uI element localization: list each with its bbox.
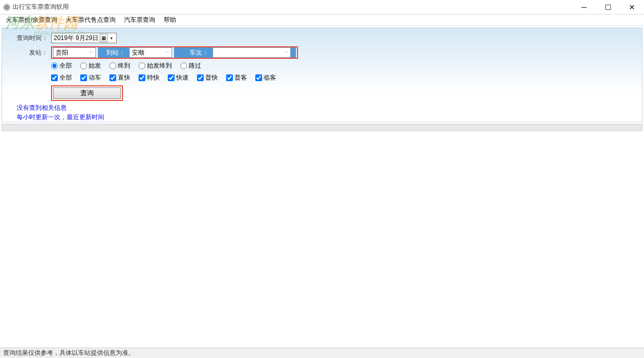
check-linke[interactable]: 临客 — [255, 73, 276, 82]
info-no-result[interactable]: 没有查到相关信息 — [17, 103, 642, 112]
chevron-down-icon[interactable]: ﹀ — [87, 49, 95, 56]
date-dropdown-icon[interactable]: ▾ — [108, 34, 115, 42]
query-panel: 查询时间： ▦ ▾ 发站： 贵阳 ﹀ 到站： 安顺 ﹀ 车次： — [2, 28, 642, 122]
results-header-bar — [2, 124, 642, 131]
highlight-stations: 贵阳 ﹀ 到站： 安顺 ﹀ 车次： ﹀ — [51, 46, 298, 59]
check-tekuai[interactable]: 特快 — [139, 73, 159, 82]
info-update-time[interactable]: 每小时更新一次，最近更新时间 — [17, 112, 642, 122]
check-all[interactable]: 全部 — [51, 73, 72, 82]
chevron-down-icon[interactable]: ﹀ — [163, 49, 171, 56]
menu-train-ticket[interactable]: 火车票价/余票查询 — [2, 15, 61, 25]
radio-pass[interactable]: 路过 — [180, 61, 201, 70]
window-controls: ─ ☐ ✕ — [572, 0, 644, 15]
close-button[interactable]: ✕ — [620, 0, 644, 15]
trailing-blue — [291, 47, 296, 58]
check-pukuai[interactable]: 普快 — [197, 73, 218, 82]
arrive-label-panel: 到站： — [98, 47, 129, 58]
row-query-time: 查询时间： ▦ ▾ — [2, 32, 642, 44]
app-icon — [3, 4, 10, 11]
train-combo[interactable]: ﹀ — [213, 47, 291, 58]
minimize-button[interactable]: ─ — [572, 0, 596, 15]
search-button[interactable]: 查询 — [53, 87, 121, 99]
calendar-icon[interactable]: ▦ — [100, 34, 108, 42]
menu-agent-query[interactable]: 火车票代售点查询 — [61, 15, 120, 25]
check-puke[interactable]: 普客 — [226, 73, 247, 82]
check-kuaisu[interactable]: 快速 — [168, 73, 189, 82]
radio-start[interactable]: 始发 — [80, 61, 101, 70]
window-title: 出行宝车票查询软用 — [13, 3, 69, 11]
radio-start-end[interactable]: 始发终到 — [139, 61, 172, 70]
date-input[interactable] — [53, 34, 100, 42]
arrive-combo[interactable]: 安顺 ﹀ — [129, 47, 172, 58]
train-label: 车次： — [190, 48, 208, 57]
arrive-label: 到站： — [106, 48, 125, 57]
menu-bus-ticket[interactable]: 汽车票查询 — [120, 15, 159, 25]
depart-combo[interactable]: 贵阳 ﹀ — [53, 47, 96, 58]
radio-end[interactable]: 终到 — [109, 61, 130, 70]
status-text: 查询结果仅供参考，具体以车站提供信息为准。 — [3, 349, 134, 357]
highlight-search: 查询 — [51, 85, 123, 101]
check-row-class: 全部 动车 直快 特快 快速 普快 普客 临客 — [2, 73, 642, 82]
radio-all[interactable]: 全部 — [51, 61, 72, 70]
depart-value: 贵阳 — [54, 48, 87, 57]
check-dongche[interactable]: 动车 — [80, 73, 101, 82]
menu-help[interactable]: 帮助 — [159, 15, 180, 25]
menu-bar: 火车票价/余票查询 火车票代售点查询 汽车票查询 帮助 — [0, 15, 644, 26]
radio-row-type: 全部 始发 终到 始发终到 路过 — [2, 61, 642, 70]
train-label-panel: 车次： — [174, 47, 213, 58]
row-stations: 发站： 贵阳 ﹀ 到站： 安顺 ﹀ 车次： ﹀ — [2, 47, 642, 58]
check-zhikuai[interactable]: 直快 — [109, 73, 130, 82]
info-links: 没有查到相关信息 每小时更新一次，最近更新时间 — [2, 103, 642, 122]
arrive-value: 安顺 — [130, 48, 163, 57]
chevron-down-icon[interactable]: ﹀ — [282, 49, 290, 56]
maximize-button[interactable]: ☐ — [596, 0, 620, 15]
depart-label: 发站： — [17, 48, 48, 57]
status-bar: 查询结果仅供参考，具体以车站提供信息为准。 — [0, 348, 644, 358]
date-picker[interactable]: ▦ ▾ — [51, 33, 117, 43]
title-bar[interactable]: 出行宝车票查询软用 ─ ☐ ✕ — [0, 0, 644, 15]
query-time-label: 查询时间： — [17, 34, 48, 43]
